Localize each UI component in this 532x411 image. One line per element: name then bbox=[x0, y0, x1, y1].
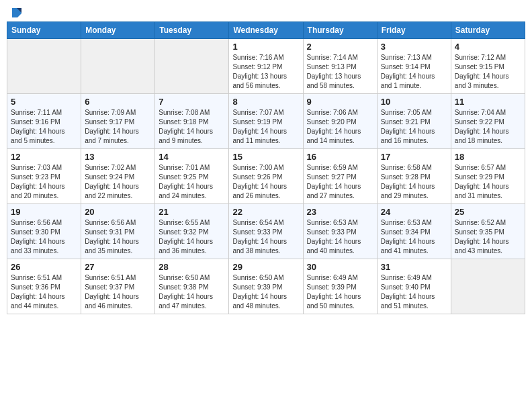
cell-date: 30 bbox=[307, 262, 373, 272]
cell-date: 3 bbox=[381, 42, 447, 52]
calendar-cell: 29 Sunrise: 6:50 AMSunset: 9:39 PMDaylig… bbox=[229, 259, 303, 314]
day-header-sunday: Sunday bbox=[7, 22, 81, 39]
calendar-cell: 9 Sunrise: 7:06 AMSunset: 9:20 PMDayligh… bbox=[303, 94, 377, 149]
cell-date: 11 bbox=[455, 97, 521, 107]
cell-sunrise: Sunrise: 6:53 AMSunset: 9:34 PMDaylight:… bbox=[381, 219, 435, 255]
calendar-cell: 1 Sunrise: 7:16 AMSunset: 9:12 PMDayligh… bbox=[229, 39, 303, 94]
calendar-week-4: 19 Sunrise: 6:56 AMSunset: 9:30 PMDaylig… bbox=[7, 204, 525, 259]
calendar-cell bbox=[7, 39, 81, 94]
calendar-week-5: 26 Sunrise: 6:51 AMSunset: 9:36 PMDaylig… bbox=[7, 259, 525, 314]
cell-sunrise: Sunrise: 6:52 AMSunset: 9:35 PMDaylight:… bbox=[455, 219, 509, 255]
cell-date: 31 bbox=[381, 262, 447, 272]
cell-date: 4 bbox=[455, 42, 521, 52]
cell-sunrise: Sunrise: 7:03 AMSunset: 9:23 PMDaylight:… bbox=[11, 164, 65, 199]
cell-sunrise: Sunrise: 6:51 AMSunset: 9:36 PMDaylight:… bbox=[11, 274, 65, 310]
cell-sunrise: Sunrise: 7:07 AMSunset: 9:19 PMDaylight:… bbox=[232, 109, 287, 144]
calendar-cell: 27 Sunrise: 6:51 AMSunset: 9:37 PMDaylig… bbox=[81, 259, 155, 314]
cell-date: 6 bbox=[85, 97, 151, 107]
calendar-cell: 28 Sunrise: 6:50 AMSunset: 9:38 PMDaylig… bbox=[155, 259, 229, 314]
cell-date: 13 bbox=[85, 152, 151, 162]
cell-date: 28 bbox=[159, 262, 225, 272]
calendar-table: SundayMondayTuesdayWednesdayThursdayFrid… bbox=[7, 21, 525, 314]
calendar-header: SundayMondayTuesdayWednesdayThursdayFrid… bbox=[7, 22, 525, 39]
calendar-cell: 7 Sunrise: 7:08 AMSunset: 9:18 PMDayligh… bbox=[155, 94, 229, 149]
cell-sunrise: Sunrise: 7:13 AMSunset: 9:14 PMDaylight:… bbox=[381, 54, 435, 89]
cell-sunrise: Sunrise: 6:51 AMSunset: 9:37 PMDaylight:… bbox=[85, 274, 139, 310]
cell-sunrise: Sunrise: 7:08 AMSunset: 9:18 PMDaylight:… bbox=[159, 109, 213, 144]
cell-date: 1 bbox=[232, 42, 299, 52]
cell-date: 26 bbox=[11, 262, 77, 272]
cell-date: 19 bbox=[11, 207, 77, 217]
cell-sunrise: Sunrise: 7:11 AMSunset: 9:16 PMDaylight:… bbox=[11, 109, 65, 144]
cell-sunrise: Sunrise: 7:04 AMSunset: 9:22 PMDaylight:… bbox=[455, 109, 509, 144]
calendar-cell: 31 Sunrise: 6:49 AMSunset: 9:40 PMDaylig… bbox=[377, 259, 451, 314]
logo bbox=[9, 7, 23, 16]
calendar-cell: 13 Sunrise: 7:02 AMSunset: 9:24 PMDaylig… bbox=[81, 149, 155, 204]
cell-sunrise: Sunrise: 6:49 AMSunset: 9:39 PMDaylight:… bbox=[307, 274, 361, 310]
calendar-cell: 18 Sunrise: 6:57 AMSunset: 9:29 PMDaylig… bbox=[451, 149, 525, 204]
cell-sunrise: Sunrise: 6:57 AMSunset: 9:29 PMDaylight:… bbox=[455, 164, 509, 199]
cell-sunrise: Sunrise: 6:56 AMSunset: 9:31 PMDaylight:… bbox=[85, 219, 139, 255]
cell-sunrise: Sunrise: 6:56 AMSunset: 9:30 PMDaylight:… bbox=[11, 219, 65, 255]
calendar-cell: 6 Sunrise: 7:09 AMSunset: 9:17 PMDayligh… bbox=[81, 94, 155, 149]
cell-sunrise: Sunrise: 7:12 AMSunset: 9:15 PMDaylight:… bbox=[455, 54, 509, 89]
cell-sunrise: Sunrise: 6:58 AMSunset: 9:28 PMDaylight:… bbox=[381, 164, 435, 199]
calendar-cell: 22 Sunrise: 6:54 AMSunset: 9:33 PMDaylig… bbox=[229, 204, 303, 259]
cell-date: 10 bbox=[381, 97, 447, 107]
calendar-cell bbox=[155, 39, 229, 94]
calendar-cell: 26 Sunrise: 6:51 AMSunset: 9:36 PMDaylig… bbox=[7, 259, 81, 314]
calendar-cell: 8 Sunrise: 7:07 AMSunset: 9:19 PMDayligh… bbox=[229, 94, 303, 149]
calendar-cell: 30 Sunrise: 6:49 AMSunset: 9:39 PMDaylig… bbox=[303, 259, 377, 314]
cell-date: 7 bbox=[159, 97, 225, 107]
cell-sunrise: Sunrise: 6:49 AMSunset: 9:40 PMDaylight:… bbox=[381, 274, 435, 310]
cell-sunrise: Sunrise: 6:55 AMSunset: 9:32 PMDaylight:… bbox=[159, 219, 213, 255]
calendar-week-2: 5 Sunrise: 7:11 AMSunset: 9:16 PMDayligh… bbox=[7, 94, 525, 149]
calendar-cell: 19 Sunrise: 6:56 AMSunset: 9:30 PMDaylig… bbox=[7, 204, 81, 259]
page-header bbox=[7, 7, 525, 16]
cell-date: 22 bbox=[232, 207, 299, 217]
cell-date: 14 bbox=[159, 152, 225, 162]
calendar-week-1: 1 Sunrise: 7:16 AMSunset: 9:12 PMDayligh… bbox=[7, 39, 525, 94]
cell-date: 21 bbox=[159, 207, 225, 217]
cell-date: 25 bbox=[455, 207, 521, 217]
cell-sunrise: Sunrise: 6:53 AMSunset: 9:33 PMDaylight:… bbox=[307, 219, 361, 255]
calendar-cell: 24 Sunrise: 6:53 AMSunset: 9:34 PMDaylig… bbox=[377, 204, 451, 259]
day-header-monday: Monday bbox=[81, 22, 155, 39]
cell-date: 9 bbox=[307, 97, 373, 107]
cell-sunrise: Sunrise: 7:02 AMSunset: 9:24 PMDaylight:… bbox=[85, 164, 139, 199]
calendar-cell: 4 Sunrise: 7:12 AMSunset: 9:15 PMDayligh… bbox=[451, 39, 525, 94]
day-header-saturday: Saturday bbox=[451, 22, 525, 39]
calendar-cell: 17 Sunrise: 6:58 AMSunset: 9:28 PMDaylig… bbox=[377, 149, 451, 204]
cell-sunrise: Sunrise: 7:01 AMSunset: 9:25 PMDaylight:… bbox=[159, 164, 213, 199]
cell-sunrise: Sunrise: 7:09 AMSunset: 9:17 PMDaylight:… bbox=[85, 109, 139, 144]
cell-date: 2 bbox=[307, 42, 373, 52]
cell-sunrise: Sunrise: 7:14 AMSunset: 9:13 PMDaylight:… bbox=[307, 54, 361, 89]
calendar-cell: 23 Sunrise: 6:53 AMSunset: 9:33 PMDaylig… bbox=[303, 204, 377, 259]
cell-date: 29 bbox=[232, 262, 299, 272]
calendar-cell: 21 Sunrise: 6:55 AMSunset: 9:32 PMDaylig… bbox=[155, 204, 229, 259]
cell-date: 5 bbox=[11, 97, 77, 107]
calendar-cell: 11 Sunrise: 7:04 AMSunset: 9:22 PMDaylig… bbox=[451, 94, 525, 149]
day-header-tuesday: Tuesday bbox=[155, 22, 229, 39]
calendar-cell: 25 Sunrise: 6:52 AMSunset: 9:35 PMDaylig… bbox=[451, 204, 525, 259]
cell-sunrise: Sunrise: 7:16 AMSunset: 9:12 PMDaylight:… bbox=[232, 54, 287, 89]
calendar-cell: 2 Sunrise: 7:14 AMSunset: 9:13 PMDayligh… bbox=[303, 39, 377, 94]
calendar-cell: 14 Sunrise: 7:01 AMSunset: 9:25 PMDaylig… bbox=[155, 149, 229, 204]
calendar-week-3: 12 Sunrise: 7:03 AMSunset: 9:23 PMDaylig… bbox=[7, 149, 525, 204]
day-header-friday: Friday bbox=[377, 22, 451, 39]
day-header-wednesday: Wednesday bbox=[229, 22, 303, 39]
calendar-cell: 20 Sunrise: 6:56 AMSunset: 9:31 PMDaylig… bbox=[81, 204, 155, 259]
cell-sunrise: Sunrise: 6:50 AMSunset: 9:38 PMDaylight:… bbox=[159, 274, 213, 310]
cell-sunrise: Sunrise: 6:50 AMSunset: 9:39 PMDaylight:… bbox=[232, 274, 287, 310]
cell-date: 15 bbox=[232, 152, 299, 162]
cell-date: 17 bbox=[381, 152, 447, 162]
calendar-cell: 5 Sunrise: 7:11 AMSunset: 9:16 PMDayligh… bbox=[7, 94, 81, 149]
calendar-cell: 10 Sunrise: 7:05 AMSunset: 9:21 PMDaylig… bbox=[377, 94, 451, 149]
cell-sunrise: Sunrise: 7:06 AMSunset: 9:20 PMDaylight:… bbox=[307, 109, 361, 144]
calendar-cell: 15 Sunrise: 7:00 AMSunset: 9:26 PMDaylig… bbox=[229, 149, 303, 204]
cell-date: 18 bbox=[455, 152, 521, 162]
calendar-cell: 16 Sunrise: 6:59 AMSunset: 9:27 PMDaylig… bbox=[303, 149, 377, 204]
cell-sunrise: Sunrise: 7:00 AMSunset: 9:26 PMDaylight:… bbox=[232, 164, 287, 199]
cell-sunrise: Sunrise: 6:54 AMSunset: 9:33 PMDaylight:… bbox=[232, 219, 287, 255]
cell-date: 8 bbox=[232, 97, 299, 107]
